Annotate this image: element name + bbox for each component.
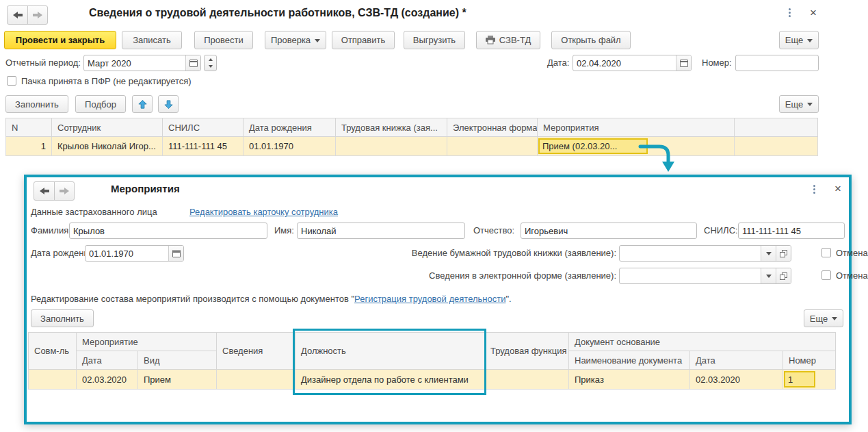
- print-szvtd-button[interactable]: СЗВ-ТД: [476, 31, 540, 49]
- send-button[interactable]: Отправить: [332, 31, 395, 49]
- doc-number-highlight[interactable]: 1: [784, 371, 815, 387]
- chevron-down-icon: [832, 317, 837, 323]
- chevron-down-icon: [807, 39, 813, 45]
- choose-button[interactable]: [776, 268, 791, 283]
- calendar-icon: [172, 250, 181, 257]
- number-field[interactable]: [735, 55, 819, 71]
- dialog-forward-button[interactable]: [54, 182, 74, 200]
- cell-doc-date[interactable]: 02.03.2020: [690, 370, 783, 390]
- check-button[interactable]: Проверка: [265, 31, 326, 49]
- cell-event-kind[interactable]: Прием: [138, 370, 217, 390]
- report-period-field[interactable]: [83, 55, 201, 71]
- chevron-down-icon: [315, 39, 320, 45]
- dialog-more-vert-icon[interactable]: [813, 185, 815, 194]
- app-window: Сведения о трудовой деятельности работни…: [0, 0, 868, 432]
- cell-position[interactable]: Дизайнер отдела по работе с клиентами: [295, 370, 485, 390]
- cell-birthdate[interactable]: 01.01.1970: [244, 137, 336, 156]
- dialog-close-button[interactable]: ×: [834, 183, 841, 194]
- move-up-button[interactable]: [132, 95, 153, 113]
- pfr-checkbox[interactable]: [7, 76, 16, 86]
- employee-row[interactable]: 1 Крылов Николай Игор... 111-111-111 45 …: [6, 137, 818, 156]
- open-file-button[interactable]: Открыть файл: [551, 31, 631, 49]
- column-header-position: Должность: [295, 333, 485, 370]
- spinner-down-button[interactable]: [205, 63, 216, 71]
- cell-empty[interactable]: [735, 137, 818, 156]
- employees-more-button[interactable]: Еще: [779, 95, 819, 113]
- cell-electronic-form[interactable]: [447, 137, 538, 156]
- calendar-button[interactable]: [185, 55, 200, 71]
- lastname-field[interactable]: [69, 223, 267, 239]
- forward-button[interactable]: [27, 6, 47, 24]
- post-button[interactable]: Провести: [194, 31, 253, 49]
- column-header-paper-book: Трудовая книжка (зая...: [336, 118, 447, 137]
- spinner-up-button[interactable]: [205, 55, 216, 63]
- post-and-close-button[interactable]: Провести и закрыть: [4, 31, 116, 49]
- period-spinner: [204, 55, 217, 71]
- chevron-down-icon: [807, 103, 813, 109]
- middlename-field[interactable]: [521, 223, 697, 239]
- number-input[interactable]: [736, 55, 818, 71]
- report-period-label: Отчетный период:: [5, 58, 81, 68]
- paper-book-combo[interactable]: [619, 245, 791, 262]
- events-cell-highlight[interactable]: Прием (02.03.20...: [538, 138, 648, 154]
- column-header-doc-number: Номер: [783, 351, 836, 370]
- unload-button[interactable]: Выгрузить: [404, 31, 465, 49]
- snils-field[interactable]: [738, 223, 845, 239]
- write-button[interactable]: Записать: [122, 31, 182, 49]
- cell-event-date[interactable]: 02.03.2020: [77, 370, 138, 390]
- move-down-button[interactable]: [158, 95, 179, 113]
- firstname-input[interactable]: [298, 223, 464, 238]
- cell-info[interactable]: [217, 370, 295, 390]
- note-prefix: Редактирование состава мероприятий произ…: [31, 294, 354, 304]
- back-button[interactable]: [8, 6, 27, 24]
- dialog-title: Мероприятия: [111, 183, 180, 194]
- forward-icon: [60, 188, 69, 194]
- calendar-button[interactable]: [676, 55, 691, 71]
- birthdate-input[interactable]: [86, 246, 168, 261]
- paper-cancel-checkbox[interactable]: [821, 248, 831, 257]
- date-input[interactable]: [573, 55, 676, 71]
- cell-doc-name[interactable]: Приказ: [569, 370, 690, 390]
- back-icon: [40, 188, 49, 194]
- snils-input[interactable]: [739, 223, 844, 238]
- cell-n[interactable]: 1: [6, 137, 52, 156]
- lastname-label: Фамилия:: [31, 225, 71, 236]
- registration-doc-link[interactable]: Регистрация трудовой деятельности: [354, 294, 505, 304]
- paper-book-input[interactable]: [620, 246, 761, 261]
- cell-combine[interactable]: [29, 370, 77, 390]
- choose-button[interactable]: [776, 246, 791, 261]
- middlename-input[interactable]: [521, 223, 696, 238]
- dropdown-button[interactable]: [761, 268, 776, 283]
- dialog-fill-button[interactable]: Заполнить: [31, 309, 94, 327]
- cell-events[interactable]: Прием (02.03.20...: [538, 137, 735, 156]
- calendar-button[interactable]: [168, 246, 183, 261]
- cell-doc-number[interactable]: 1: [783, 370, 836, 390]
- cell-function[interactable]: [485, 370, 569, 390]
- more-vert-icon[interactable]: [789, 8, 791, 17]
- pick-button[interactable]: Подбор: [75, 95, 126, 113]
- cell-employee[interactable]: Крылов Николай Игор...: [52, 137, 163, 156]
- birthdate-field[interactable]: [85, 245, 184, 262]
- lastname-input[interactable]: [70, 223, 267, 238]
- column-header-n: N: [6, 118, 52, 137]
- event-row[interactable]: 02.03.2020 Прием Дизайнер отдела по рабо…: [29, 370, 836, 390]
- edit-card-link[interactable]: Редактировать карточку сотрудника: [189, 207, 338, 218]
- dialog-more-button[interactable]: Еще: [804, 309, 843, 327]
- electronic-form-label: Сведения в электронной форме (заявление)…: [341, 270, 616, 281]
- cell-paper-book[interactable]: [336, 137, 447, 156]
- date-field[interactable]: [573, 55, 692, 71]
- dialog-back-button[interactable]: [34, 182, 54, 200]
- column-header-function: Трудовая функция: [485, 333, 569, 370]
- arrow-down-icon: [163, 99, 174, 110]
- electronic-form-combo[interactable]: [619, 268, 791, 284]
- firstname-field[interactable]: [297, 223, 465, 239]
- report-period-input[interactable]: [84, 55, 185, 71]
- column-header-basis-doc: Документ основание: [569, 333, 836, 351]
- electronic-form-input[interactable]: [620, 268, 761, 283]
- fill-button[interactable]: Заполнить: [5, 95, 68, 113]
- more-button[interactable]: Еще: [779, 31, 819, 49]
- electronic-cancel-checkbox[interactable]: [821, 270, 831, 280]
- cell-snils[interactable]: 111-111-111 45: [163, 137, 244, 156]
- dropdown-button[interactable]: [761, 246, 776, 261]
- close-button[interactable]: ×: [810, 7, 817, 18]
